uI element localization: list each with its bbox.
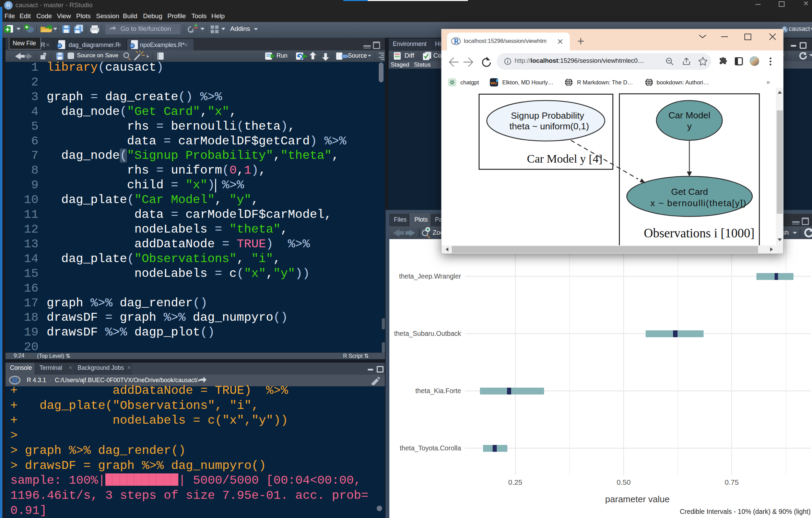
svg-text:x ~ bernoulli(theta[y]): x ~ bernoulli(theta[y]) <box>650 198 746 208</box>
svg-text:Signup Probability: Signup Probability <box>511 110 584 121</box>
svg-text:Car Model: Car Model <box>668 110 710 120</box>
svg-text:Observations i [1000]: Observations i [1000] <box>644 226 755 240</box>
svg-text:theta ~ uniform(0,1): theta ~ uniform(0,1) <box>509 121 589 131</box>
svg-text:Car Model y [4]: Car Model y [4] <box>527 152 602 165</box>
svg-text:y: y <box>687 121 692 131</box>
svg-text:R: R <box>454 37 459 45</box>
svg-text:Get Card: Get Card <box>671 187 708 197</box>
